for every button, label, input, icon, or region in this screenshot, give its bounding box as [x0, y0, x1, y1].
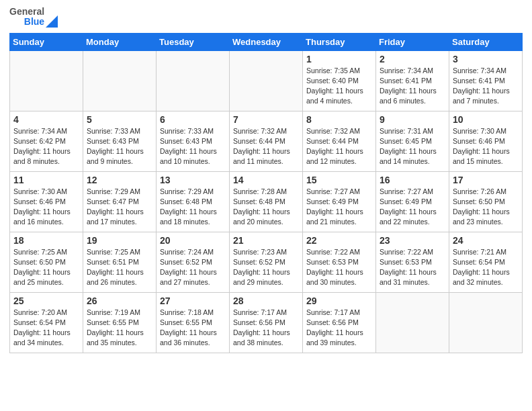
day-info: Sunrise: 7:30 AM Sunset: 6:46 PM Dayligh… — [13, 187, 79, 228]
day-info: Sunrise: 7:21 AM Sunset: 6:54 PM Dayligh… — [453, 247, 519, 288]
day-cell: 11Sunrise: 7:30 AM Sunset: 6:46 PM Dayli… — [10, 171, 83, 232]
day-cell: 22Sunrise: 7:22 AM Sunset: 6:53 PM Dayli… — [303, 232, 376, 292]
day-cell: 1Sunrise: 7:35 AM Sunset: 6:40 PM Daylig… — [303, 50, 376, 111]
day-number: 19 — [87, 235, 152, 246]
day-info: Sunrise: 7:22 AM Sunset: 6:53 PM Dayligh… — [306, 247, 372, 288]
calendar-page: General Blue SundayMondayTuesdayWednesda… — [0, 0, 532, 411]
day-cell: 3Sunrise: 7:34 AM Sunset: 6:41 PM Daylig… — [449, 50, 523, 111]
day-cell: 24Sunrise: 7:21 AM Sunset: 6:54 PM Dayli… — [449, 232, 523, 292]
day-number: 29 — [306, 295, 372, 306]
day-info: Sunrise: 7:32 AM Sunset: 6:44 PM Dayligh… — [233, 126, 299, 167]
day-info: Sunrise: 7:26 AM Sunset: 6:50 PM Dayligh… — [453, 187, 519, 228]
day-cell: 25Sunrise: 7:20 AM Sunset: 6:54 PM Dayli… — [10, 292, 83, 353]
day-number: 12 — [87, 175, 152, 185]
logo: General Blue — [9, 7, 58, 28]
logo-blue: Blue — [24, 17, 44, 27]
day-number: 10 — [453, 114, 519, 125]
week-row-0: 1Sunrise: 7:35 AM Sunset: 6:40 PM Daylig… — [10, 50, 523, 111]
day-info: Sunrise: 7:29 AM Sunset: 6:48 PM Dayligh… — [160, 187, 226, 228]
weekday-thursday: Thursday — [303, 33, 376, 50]
day-cell: 9Sunrise: 7:31 AM Sunset: 6:45 PM Daylig… — [376, 111, 449, 171]
day-info: Sunrise: 7:35 AM Sunset: 6:40 PM Dayligh… — [306, 66, 372, 107]
day-info: Sunrise: 7:30 AM Sunset: 6:46 PM Dayligh… — [453, 126, 519, 167]
day-info: Sunrise: 7:23 AM Sunset: 6:52 PM Dayligh… — [233, 247, 299, 288]
day-number: 6 — [160, 114, 226, 125]
calendar-table: SundayMondayTuesdayWednesdayThursdayFrid… — [9, 33, 523, 353]
day-cell: 6Sunrise: 7:33 AM Sunset: 6:43 PM Daylig… — [157, 111, 230, 171]
day-cell: 21Sunrise: 7:23 AM Sunset: 6:52 PM Dayli… — [230, 232, 303, 292]
day-info: Sunrise: 7:27 AM Sunset: 6:49 PM Dayligh… — [380, 187, 445, 228]
day-cell: 29Sunrise: 7:17 AM Sunset: 6:56 PM Dayli… — [303, 292, 376, 353]
day-info: Sunrise: 7:34 AM Sunset: 6:41 PM Dayligh… — [380, 66, 445, 107]
week-row-4: 25Sunrise: 7:20 AM Sunset: 6:54 PM Dayli… — [10, 292, 523, 353]
day-cell: 12Sunrise: 7:29 AM Sunset: 6:47 PM Dayli… — [83, 171, 157, 232]
day-cell: 26Sunrise: 7:19 AM Sunset: 6:55 PM Dayli… — [83, 292, 157, 353]
day-cell: 7Sunrise: 7:32 AM Sunset: 6:44 PM Daylig… — [230, 111, 303, 171]
day-number: 7 — [233, 114, 299, 125]
logo-general: General — [9, 7, 44, 17]
day-number: 20 — [160, 235, 226, 246]
day-number: 2 — [380, 54, 445, 64]
day-cell: 17Sunrise: 7:26 AM Sunset: 6:50 PM Dayli… — [449, 171, 523, 232]
day-number: 27 — [160, 295, 226, 306]
day-info: Sunrise: 7:32 AM Sunset: 6:44 PM Dayligh… — [306, 126, 372, 167]
day-cell: 19Sunrise: 7:25 AM Sunset: 6:51 PM Dayli… — [83, 232, 157, 292]
day-cell: 4Sunrise: 7:34 AM Sunset: 6:42 PM Daylig… — [10, 111, 83, 171]
weekday-monday: Monday — [83, 33, 157, 50]
day-info: Sunrise: 7:17 AM Sunset: 6:56 PM Dayligh… — [233, 308, 299, 349]
day-info: Sunrise: 7:34 AM Sunset: 6:41 PM Dayligh… — [453, 66, 519, 107]
weekday-saturday: Saturday — [449, 33, 523, 50]
day-info: Sunrise: 7:25 AM Sunset: 6:50 PM Dayligh… — [13, 247, 79, 288]
weekday-sunday: Sunday — [10, 33, 83, 50]
day-info: Sunrise: 7:25 AM Sunset: 6:51 PM Dayligh… — [87, 247, 152, 288]
day-cell: 18Sunrise: 7:25 AM Sunset: 6:50 PM Dayli… — [10, 232, 83, 292]
weekday-tuesday: Tuesday — [157, 33, 230, 50]
day-cell — [230, 50, 303, 111]
day-number: 24 — [453, 235, 519, 246]
day-cell: 15Sunrise: 7:27 AM Sunset: 6:49 PM Dayli… — [303, 171, 376, 232]
day-number: 17 — [453, 175, 519, 185]
day-number: 26 — [87, 295, 152, 306]
day-number: 1 — [306, 54, 372, 64]
day-number: 15 — [306, 175, 372, 185]
day-cell: 28Sunrise: 7:17 AM Sunset: 6:56 PM Dayli… — [230, 292, 303, 353]
header: General Blue — [9, 7, 523, 28]
day-info: Sunrise: 7:33 AM Sunset: 6:43 PM Dayligh… — [160, 126, 226, 167]
day-cell — [376, 292, 449, 353]
day-info: Sunrise: 7:19 AM Sunset: 6:55 PM Dayligh… — [87, 308, 152, 349]
day-cell: 14Sunrise: 7:28 AM Sunset: 6:48 PM Dayli… — [230, 171, 303, 232]
day-number: 5 — [87, 114, 152, 125]
day-info: Sunrise: 7:22 AM Sunset: 6:53 PM Dayligh… — [380, 247, 445, 288]
day-cell — [157, 50, 230, 111]
day-number: 16 — [380, 175, 445, 185]
day-number: 25 — [13, 295, 79, 306]
day-info: Sunrise: 7:24 AM Sunset: 6:52 PM Dayligh… — [160, 247, 226, 288]
day-info: Sunrise: 7:18 AM Sunset: 6:55 PM Dayligh… — [160, 308, 226, 349]
week-row-2: 11Sunrise: 7:30 AM Sunset: 6:46 PM Dayli… — [10, 171, 523, 232]
day-number: 21 — [233, 235, 299, 246]
day-info: Sunrise: 7:28 AM Sunset: 6:48 PM Dayligh… — [233, 187, 299, 228]
weekday-wednesday: Wednesday — [230, 33, 303, 50]
day-cell: 10Sunrise: 7:30 AM Sunset: 6:46 PM Dayli… — [449, 111, 523, 171]
day-number: 13 — [160, 175, 226, 185]
day-number: 22 — [306, 235, 372, 246]
day-cell — [83, 50, 157, 111]
day-number: 18 — [13, 235, 79, 246]
weekday-friday: Friday — [376, 33, 449, 50]
day-number: 4 — [13, 114, 79, 125]
day-cell: 23Sunrise: 7:22 AM Sunset: 6:53 PM Dayli… — [376, 232, 449, 292]
day-number: 28 — [233, 295, 299, 306]
day-number: 9 — [380, 114, 445, 125]
day-info: Sunrise: 7:17 AM Sunset: 6:56 PM Dayligh… — [306, 308, 372, 349]
week-row-3: 18Sunrise: 7:25 AM Sunset: 6:50 PM Dayli… — [10, 232, 523, 292]
day-number: 14 — [233, 175, 299, 185]
day-cell: 13Sunrise: 7:29 AM Sunset: 6:48 PM Dayli… — [157, 171, 230, 232]
day-info: Sunrise: 7:20 AM Sunset: 6:54 PM Dayligh… — [13, 308, 79, 349]
day-info: Sunrise: 7:31 AM Sunset: 6:45 PM Dayligh… — [380, 126, 445, 167]
day-cell: 16Sunrise: 7:27 AM Sunset: 6:49 PM Dayli… — [376, 171, 449, 232]
day-cell: 20Sunrise: 7:24 AM Sunset: 6:52 PM Dayli… — [157, 232, 230, 292]
day-cell — [449, 292, 523, 353]
day-info: Sunrise: 7:34 AM Sunset: 6:42 PM Dayligh… — [13, 126, 79, 167]
day-info: Sunrise: 7:29 AM Sunset: 6:47 PM Dayligh… — [87, 187, 152, 228]
day-cell: 2Sunrise: 7:34 AM Sunset: 6:41 PM Daylig… — [376, 50, 449, 111]
